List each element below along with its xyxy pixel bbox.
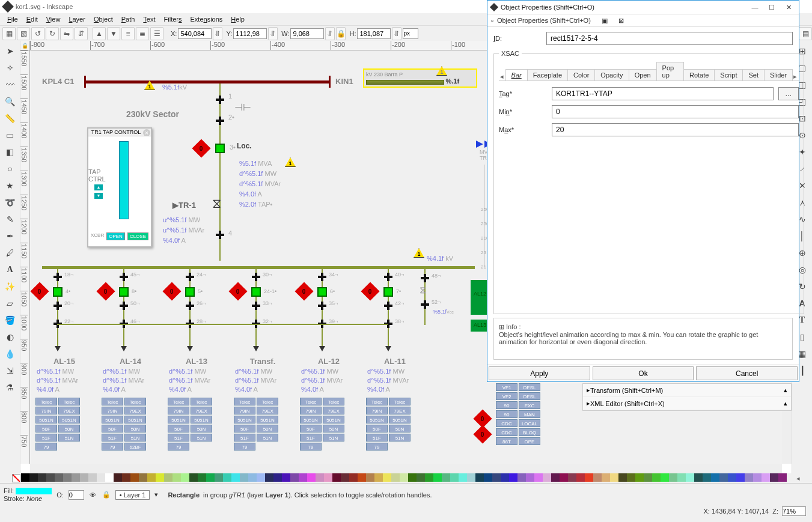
menu-path[interactable]: Path	[118, 14, 139, 24]
dialog-maximize-button[interactable]: ☐	[765, 2, 778, 13]
dialog-detach-icon[interactable]: ▣	[598, 15, 611, 26]
tool-text[interactable]: A	[2, 262, 18, 278]
tag-input[interactable]	[552, 87, 774, 100]
swatch[interactable]	[526, 473, 534, 482]
swatch[interactable]	[130, 473, 139, 482]
swatch[interactable]	[762, 473, 770, 482]
tap-close-button[interactable]: CLOSE	[127, 232, 148, 240]
swatch[interactable]	[282, 473, 290, 482]
swatch[interactable]	[290, 473, 299, 482]
swatch[interactable]	[97, 473, 105, 482]
bay-breaker-green[interactable]	[53, 287, 63, 297]
swatch[interactable]	[215, 473, 223, 482]
swatch[interactable]	[484, 473, 492, 482]
tab-slider[interactable]: Slider	[764, 69, 793, 80]
swatch[interactable]	[46, 473, 55, 482]
swatch[interactable]	[753, 473, 762, 482]
menu-text[interactable]: Text	[139, 14, 159, 24]
y-input[interactable]	[233, 28, 267, 39]
tool-spray[interactable]: ✨	[2, 279, 18, 294]
swatch[interactable]	[332, 473, 341, 482]
swatch[interactable]	[164, 473, 172, 482]
swatch[interactable]	[728, 473, 736, 482]
ruler-lock-icon[interactable]: 🔒	[20, 41, 30, 50]
tb-lower[interactable]: ▼	[107, 27, 120, 40]
swatch[interactable]	[80, 473, 88, 482]
swatch[interactable]	[172, 473, 181, 482]
swatch[interactable]	[694, 473, 703, 482]
x-spin[interactable]: ⥯	[213, 27, 222, 40]
swatch[interactable]	[475, 473, 484, 482]
swatch[interactable]	[273, 473, 282, 482]
bay-breaker-red[interactable]: 0	[228, 282, 247, 300]
swatch[interactable]	[341, 473, 349, 482]
tab-faceplate[interactable]: Faceplate	[527, 69, 568, 80]
swatch[interactable]	[189, 473, 198, 482]
swatch[interactable]	[400, 473, 408, 482]
swatch[interactable]	[63, 473, 72, 482]
swatch-none[interactable]	[12, 474, 20, 482]
menu-object[interactable]: Object	[90, 14, 117, 24]
bay-breaker-red[interactable]: 0	[162, 282, 181, 300]
swatch[interactable]	[206, 473, 215, 482]
swatch[interactable]	[391, 473, 400, 482]
swatch[interactable]	[450, 473, 459, 482]
swatch[interactable]	[652, 473, 661, 482]
y-spin[interactable]: ⥯	[268, 27, 278, 40]
tag-browse-button[interactable]: …	[778, 87, 799, 100]
swatch[interactable]	[88, 473, 97, 482]
tab-color[interactable]: Color	[567, 69, 595, 80]
tb-new[interactable]: ▦	[2, 27, 16, 40]
tool-tweak[interactable]: 〰	[2, 77, 18, 93]
swatch[interactable]	[618, 473, 627, 482]
min-input[interactable]	[552, 105, 799, 118]
swatch[interactable]	[374, 473, 383, 482]
tool-fill[interactable]: 🪣	[2, 312, 18, 328]
tab-open[interactable]: Open	[629, 69, 657, 80]
swatch[interactable]	[433, 473, 442, 482]
swatch[interactable]	[29, 473, 38, 482]
swatch[interactable]	[324, 473, 332, 482]
tb-flip-v[interactable]: ⇵	[75, 27, 88, 40]
swatch[interactable]	[543, 473, 551, 482]
menu-layer[interactable]: Layer	[65, 14, 89, 24]
swatch[interactable]	[770, 473, 778, 482]
dialog-minimize-button[interactable]: —	[748, 2, 762, 13]
swatch[interactable]	[602, 473, 610, 482]
tap-open-button[interactable]: OPEN	[106, 232, 125, 240]
lock-layer-icon[interactable]: 🔒	[102, 491, 111, 499]
h-spin[interactable]: ⥯	[392, 27, 401, 40]
tap-down-button[interactable]: ▼	[94, 193, 103, 199]
swatch[interactable]	[223, 473, 231, 482]
swatch[interactable]	[122, 473, 130, 482]
tb-rotate2[interactable]: ↻	[46, 27, 59, 40]
swatch[interactable]	[551, 473, 560, 482]
bay-breaker-green[interactable]	[185, 287, 195, 297]
swatch[interactable]	[366, 473, 374, 482]
max-input[interactable]	[552, 123, 799, 136]
bay-breaker-red[interactable]: 0	[96, 282, 115, 300]
bay-breaker-green[interactable]	[317, 287, 327, 297]
transform-panel-header[interactable]: ▸ Transform (Shift+Ctrl+M)▴	[583, 384, 791, 397]
swatch[interactable]	[156, 473, 164, 482]
tb-rotate[interactable]: ↺	[31, 27, 44, 40]
tap-up-button[interactable]: ▲	[94, 184, 103, 190]
tool-select[interactable]: ➤	[2, 43, 18, 59]
menu-edit[interactable]: Edit	[23, 14, 41, 24]
swatch[interactable]	[467, 473, 475, 482]
swatch[interactable]	[703, 473, 711, 482]
swatch[interactable]	[105, 473, 114, 482]
swatch[interactable]	[719, 473, 728, 482]
swatch[interactable]	[316, 473, 324, 482]
swatch[interactable]	[560, 473, 568, 482]
tb-mx4[interactable]: ▤	[799, 27, 812, 40]
tb-align1[interactable]: ≡	[121, 27, 135, 40]
fill-swatch[interactable]	[16, 488, 52, 494]
tool-zoom[interactable]: 🔍	[2, 94, 18, 109]
tool-calligraphy[interactable]: 🖊	[2, 245, 18, 261]
bay-breaker-red[interactable]: 0	[361, 282, 379, 300]
cancel-button[interactable]: Cancel	[696, 366, 798, 380]
tb-raise[interactable]: ▲	[93, 27, 106, 40]
swatch[interactable]	[181, 473, 189, 482]
menu-file[interactable]: File	[4, 14, 22, 24]
